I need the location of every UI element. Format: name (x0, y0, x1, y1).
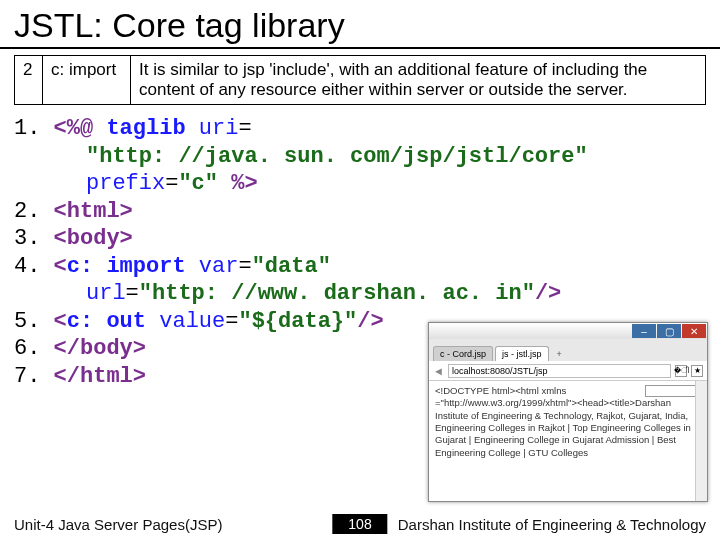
preview-titlebar: – ▢ ✕ (429, 323, 707, 339)
url-input[interactable] (448, 364, 671, 378)
close-icon[interactable]: ✕ (682, 324, 706, 338)
tag-description-table: 2 c: import It is similar to jsp 'includ… (14, 55, 706, 105)
cell-tag: c: import (43, 56, 131, 105)
preview-tabs: c - Cord.jsp js - jstl.jsp + (429, 339, 707, 361)
new-tab-icon[interactable]: + (551, 347, 568, 361)
cell-description: It is similar to jsp 'include', with an … (131, 56, 706, 105)
footer-unit: Unit-4 Java Server Pages(JSP) (0, 516, 222, 533)
page-title: JSTL: Core tag library (0, 0, 720, 49)
footer: Unit-4 Java Server Pages(JSP) 108 Darsha… (0, 508, 720, 540)
footer-institute: Darshan Institute of Engineering & Techn… (398, 516, 720, 533)
preview-content: <!DOCTYPE html><html xmlns ="http://www.… (429, 381, 707, 463)
maximize-icon[interactable]: ▢ (657, 324, 681, 338)
reader-icon[interactable]: �ി (675, 365, 687, 377)
minimize-icon[interactable]: – (632, 324, 656, 338)
scrollbar[interactable] (695, 381, 707, 501)
search-box-icon[interactable] (645, 385, 701, 397)
bookmark-icon[interactable]: ★ (691, 365, 703, 377)
back-icon[interactable]: ◄ (433, 365, 444, 377)
preview-urlbar: ◄ �ി ★ (429, 361, 707, 381)
cell-index: 2 (15, 56, 43, 105)
footer-page: 108 (332, 514, 387, 534)
tab-item[interactable]: js - jstl.jsp (495, 346, 549, 361)
table-row: 2 c: import It is similar to jsp 'includ… (15, 56, 706, 105)
browser-preview: – ▢ ✕ c - Cord.jsp js - jstl.jsp + ◄ �ി … (428, 322, 708, 502)
tab-item[interactable]: c - Cord.jsp (433, 346, 493, 361)
